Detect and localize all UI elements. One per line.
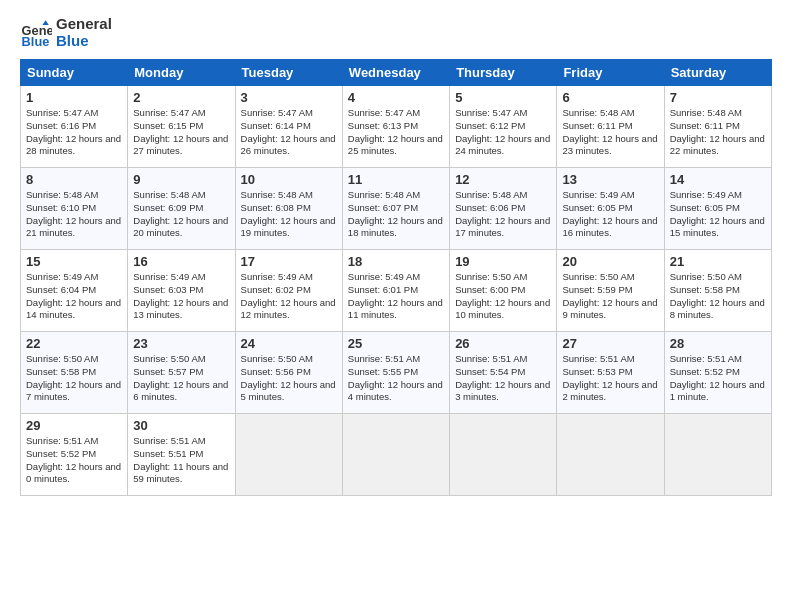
day-number: 22 (26, 336, 122, 351)
day-number: 10 (241, 172, 337, 187)
day-info: Sunrise: 5:50 AMSunset: 5:58 PMDaylight:… (26, 353, 122, 404)
day-number: 5 (455, 90, 551, 105)
day-number: 16 (133, 254, 229, 269)
calendar-day-cell: 8Sunrise: 5:48 AMSunset: 6:10 PMDaylight… (21, 168, 128, 250)
calendar-day-cell: 22Sunrise: 5:50 AMSunset: 5:58 PMDayligh… (21, 332, 128, 414)
calendar-table: SundayMondayTuesdayWednesdayThursdayFrid… (20, 59, 772, 496)
calendar-day-cell: 2Sunrise: 5:47 AMSunset: 6:15 PMDaylight… (128, 86, 235, 168)
day-info: Sunrise: 5:48 AMSunset: 6:08 PMDaylight:… (241, 189, 337, 240)
day-number: 7 (670, 90, 766, 105)
day-number: 25 (348, 336, 444, 351)
calendar-body: 1Sunrise: 5:47 AMSunset: 6:16 PMDaylight… (21, 86, 772, 496)
weekday-header: Thursday (450, 60, 557, 86)
calendar-day-cell: 1Sunrise: 5:47 AMSunset: 6:16 PMDaylight… (21, 86, 128, 168)
day-info: Sunrise: 5:48 AMSunset: 6:11 PMDaylight:… (562, 107, 658, 158)
day-number: 2 (133, 90, 229, 105)
day-info: Sunrise: 5:49 AMSunset: 6:05 PMDaylight:… (670, 189, 766, 240)
svg-text:Blue: Blue (22, 33, 50, 48)
day-number: 3 (241, 90, 337, 105)
day-info: Sunrise: 5:51 AMSunset: 5:52 PMDaylight:… (26, 435, 122, 486)
calendar-day-cell: 18Sunrise: 5:49 AMSunset: 6:01 PMDayligh… (342, 250, 449, 332)
day-info: Sunrise: 5:49 AMSunset: 6:03 PMDaylight:… (133, 271, 229, 322)
day-info: Sunrise: 5:48 AMSunset: 6:10 PMDaylight:… (26, 189, 122, 240)
calendar-day-cell (664, 414, 771, 496)
calendar-day-cell: 21Sunrise: 5:50 AMSunset: 5:58 PMDayligh… (664, 250, 771, 332)
day-number: 20 (562, 254, 658, 269)
calendar-day-cell: 3Sunrise: 5:47 AMSunset: 6:14 PMDaylight… (235, 86, 342, 168)
day-info: Sunrise: 5:51 AMSunset: 5:51 PMDaylight:… (133, 435, 229, 486)
calendar-day-cell: 17Sunrise: 5:49 AMSunset: 6:02 PMDayligh… (235, 250, 342, 332)
calendar-container: General Blue General Blue SundayMondayTu… (0, 0, 792, 506)
calendar-day-cell (557, 414, 664, 496)
calendar-week-row: 29Sunrise: 5:51 AMSunset: 5:52 PMDayligh… (21, 414, 772, 496)
day-number: 6 (562, 90, 658, 105)
day-info: Sunrise: 5:47 AMSunset: 6:15 PMDaylight:… (133, 107, 229, 158)
calendar-day-cell: 14Sunrise: 5:49 AMSunset: 6:05 PMDayligh… (664, 168, 771, 250)
calendar-day-cell: 11Sunrise: 5:48 AMSunset: 6:07 PMDayligh… (342, 168, 449, 250)
calendar-day-cell: 9Sunrise: 5:48 AMSunset: 6:09 PMDaylight… (128, 168, 235, 250)
day-number: 27 (562, 336, 658, 351)
day-number: 29 (26, 418, 122, 433)
day-info: Sunrise: 5:49 AMSunset: 6:02 PMDaylight:… (241, 271, 337, 322)
day-number: 11 (348, 172, 444, 187)
day-info: Sunrise: 5:50 AMSunset: 6:00 PMDaylight:… (455, 271, 551, 322)
day-info: Sunrise: 5:50 AMSunset: 5:56 PMDaylight:… (241, 353, 337, 404)
day-number: 21 (670, 254, 766, 269)
calendar-day-cell (450, 414, 557, 496)
day-info: Sunrise: 5:48 AMSunset: 6:07 PMDaylight:… (348, 189, 444, 240)
calendar-day-cell: 15Sunrise: 5:49 AMSunset: 6:04 PMDayligh… (21, 250, 128, 332)
calendar-day-cell: 16Sunrise: 5:49 AMSunset: 6:03 PMDayligh… (128, 250, 235, 332)
day-number: 24 (241, 336, 337, 351)
calendar-day-cell: 25Sunrise: 5:51 AMSunset: 5:55 PMDayligh… (342, 332, 449, 414)
day-info: Sunrise: 5:49 AMSunset: 6:01 PMDaylight:… (348, 271, 444, 322)
logo-general: General (56, 15, 112, 32)
day-number: 19 (455, 254, 551, 269)
day-number: 14 (670, 172, 766, 187)
calendar-day-cell: 13Sunrise: 5:49 AMSunset: 6:05 PMDayligh… (557, 168, 664, 250)
day-number: 17 (241, 254, 337, 269)
calendar-header-row: SundayMondayTuesdayWednesdayThursdayFrid… (21, 60, 772, 86)
header: General Blue General Blue (20, 16, 772, 49)
calendar-day-cell: 30Sunrise: 5:51 AMSunset: 5:51 PMDayligh… (128, 414, 235, 496)
day-info: Sunrise: 5:50 AMSunset: 5:57 PMDaylight:… (133, 353, 229, 404)
day-number: 9 (133, 172, 229, 187)
day-info: Sunrise: 5:48 AMSunset: 6:06 PMDaylight:… (455, 189, 551, 240)
calendar-day-cell (342, 414, 449, 496)
calendar-day-cell: 4Sunrise: 5:47 AMSunset: 6:13 PMDaylight… (342, 86, 449, 168)
calendar-day-cell: 5Sunrise: 5:47 AMSunset: 6:12 PMDaylight… (450, 86, 557, 168)
calendar-day-cell: 23Sunrise: 5:50 AMSunset: 5:57 PMDayligh… (128, 332, 235, 414)
calendar-day-cell: 19Sunrise: 5:50 AMSunset: 6:00 PMDayligh… (450, 250, 557, 332)
calendar-day-cell: 6Sunrise: 5:48 AMSunset: 6:11 PMDaylight… (557, 86, 664, 168)
day-number: 28 (670, 336, 766, 351)
day-info: Sunrise: 5:50 AMSunset: 5:58 PMDaylight:… (670, 271, 766, 322)
weekday-header: Saturday (664, 60, 771, 86)
day-info: Sunrise: 5:50 AMSunset: 5:59 PMDaylight:… (562, 271, 658, 322)
day-number: 30 (133, 418, 229, 433)
day-info: Sunrise: 5:48 AMSunset: 6:09 PMDaylight:… (133, 189, 229, 240)
calendar-day-cell: 20Sunrise: 5:50 AMSunset: 5:59 PMDayligh… (557, 250, 664, 332)
day-info: Sunrise: 5:49 AMSunset: 6:05 PMDaylight:… (562, 189, 658, 240)
day-info: Sunrise: 5:49 AMSunset: 6:04 PMDaylight:… (26, 271, 122, 322)
calendar-day-cell: 28Sunrise: 5:51 AMSunset: 5:52 PMDayligh… (664, 332, 771, 414)
calendar-day-cell: 27Sunrise: 5:51 AMSunset: 5:53 PMDayligh… (557, 332, 664, 414)
calendar-day-cell: 7Sunrise: 5:48 AMSunset: 6:11 PMDaylight… (664, 86, 771, 168)
weekday-header: Sunday (21, 60, 128, 86)
day-number: 23 (133, 336, 229, 351)
day-number: 18 (348, 254, 444, 269)
calendar-day-cell: 24Sunrise: 5:50 AMSunset: 5:56 PMDayligh… (235, 332, 342, 414)
weekday-header: Wednesday (342, 60, 449, 86)
day-number: 8 (26, 172, 122, 187)
calendar-day-cell (235, 414, 342, 496)
logo: General Blue General Blue (20, 16, 112, 49)
calendar-day-cell: 29Sunrise: 5:51 AMSunset: 5:52 PMDayligh… (21, 414, 128, 496)
day-number: 26 (455, 336, 551, 351)
calendar-week-row: 8Sunrise: 5:48 AMSunset: 6:10 PMDaylight… (21, 168, 772, 250)
logo-icon: General Blue (20, 17, 52, 49)
weekday-header: Monday (128, 60, 235, 86)
weekday-header: Tuesday (235, 60, 342, 86)
calendar-week-row: 1Sunrise: 5:47 AMSunset: 6:16 PMDaylight… (21, 86, 772, 168)
calendar-week-row: 22Sunrise: 5:50 AMSunset: 5:58 PMDayligh… (21, 332, 772, 414)
day-info: Sunrise: 5:47 AMSunset: 6:13 PMDaylight:… (348, 107, 444, 158)
calendar-day-cell: 12Sunrise: 5:48 AMSunset: 6:06 PMDayligh… (450, 168, 557, 250)
day-number: 1 (26, 90, 122, 105)
